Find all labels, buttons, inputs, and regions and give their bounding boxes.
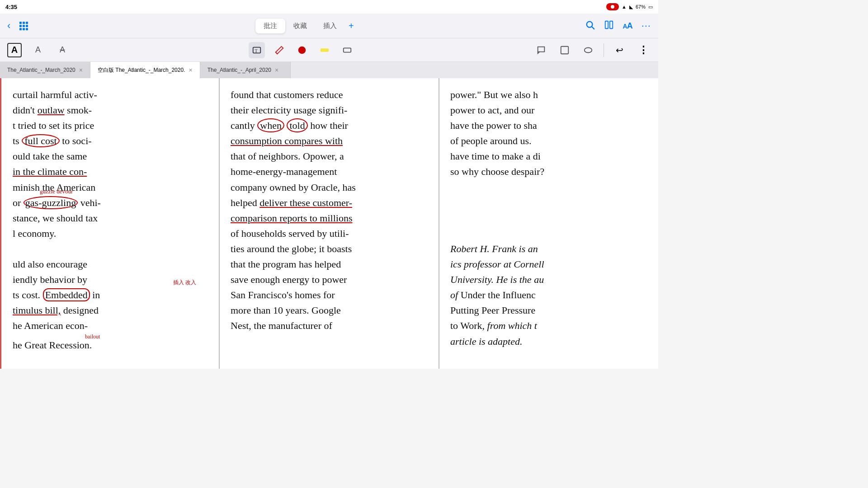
toolbar-left: ‹ <box>7 20 28 32</box>
search-button[interactable] <box>585 20 595 32</box>
lasso-tool[interactable] <box>580 42 596 58</box>
document-tab-2[interactable]: 空白版 The_Atlantic_-_March_2020. × <box>90 62 200 78</box>
page-column-left: curtail harmful activ- didn't outlaw smo… <box>0 78 220 369</box>
shape-tool[interactable] <box>557 42 573 58</box>
wifi-icon: ▲ <box>622 4 627 9</box>
document-tab-3[interactable]: The_Atlantic_-_April_2020 × <box>200 62 291 78</box>
font-size-button[interactable]: AA <box>623 21 632 31</box>
svg-line-1 <box>592 27 594 29</box>
text-highlight-A-tool[interactable]: A <box>7 43 22 57</box>
tab-bookmark[interactable]: 收藏 <box>285 19 315 33</box>
misc-tools: ↩ ⋮ <box>533 42 651 58</box>
grid-icon[interactable] <box>19 22 28 30</box>
tab2-title: 空白版 The_Atlantic_-_March_2020. <box>98 66 185 74</box>
middle-column-text: found that customers reduce their electr… <box>231 87 428 334</box>
svg-line-6 <box>275 52 277 54</box>
back-button[interactable]: ‹ <box>7 20 10 32</box>
text-plain-tool[interactable]: A <box>30 42 46 58</box>
status-bar: 4:35 ▲ ◣ 67% ▭ <box>0 0 658 14</box>
undo-button[interactable]: ↩ <box>611 42 627 58</box>
more-anno-options[interactable]: ⋮ <box>635 42 651 58</box>
tab-annotate[interactable]: 批注 <box>255 19 285 33</box>
svg-text:T: T <box>255 48 257 53</box>
tab3-close[interactable]: × <box>275 66 278 74</box>
drawing-tools: T <box>249 42 355 58</box>
page-column-middle: found that customers reduce their electr… <box>220 78 439 369</box>
content-area: curtail harmful activ- didn't outlaw smo… <box>0 78 658 369</box>
status-icons: ▲ ◣ 67% ▭ <box>606 3 653 10</box>
svg-rect-8 <box>320 48 328 52</box>
more-options-button[interactable]: ··· <box>642 20 651 32</box>
text-tools: A A A <box>7 42 71 58</box>
recording-indicator <box>606 3 619 10</box>
document-tab-1[interactable]: The_Atlantic_-_March_2020 × <box>0 62 90 78</box>
status-time: 4:35 <box>5 4 17 10</box>
highlight-color-tool[interactable] <box>316 42 333 58</box>
toolbar-right: AA ··· <box>585 20 651 32</box>
tab1-title: The_Atlantic_-_March_2020 <box>7 67 75 73</box>
svg-rect-2 <box>605 21 608 28</box>
tab-insert[interactable]: 插入 <box>315 19 345 33</box>
tab1-close[interactable]: × <box>79 66 83 74</box>
right-column-text: power." But we also h power to act, and … <box>450 87 647 349</box>
svg-rect-10 <box>561 46 569 54</box>
battery-level: 67% <box>636 4 646 9</box>
page-column-right: power." But we also h power to act, and … <box>439 78 658 369</box>
top-toolbar: ‹ 批注 收藏 插入 + AA ··· <box>0 14 658 38</box>
tab2-close[interactable]: × <box>189 66 192 74</box>
comment-tool[interactable] <box>533 42 549 58</box>
battery-icon: ▭ <box>648 4 653 10</box>
circle-color-tool[interactable] <box>294 42 310 58</box>
svg-rect-9 <box>343 48 351 52</box>
toolbar-tabs: 批注 收藏 插入 + <box>255 19 358 33</box>
document-tabs-row: The_Atlantic_-_March_2020 × 空白版 The_Atla… <box>0 62 658 78</box>
tab3-title: The_Atlantic_-_April_2020 <box>208 67 271 73</box>
eraser-tool[interactable] <box>339 42 355 58</box>
library-button[interactable] <box>604 20 614 32</box>
tab-add-button[interactable]: + <box>345 21 358 31</box>
text-strikethrough-tool[interactable]: A <box>54 42 71 58</box>
annotation-toolbar: A A A T ↩ ⋮ <box>0 38 658 62</box>
svg-point-11 <box>585 47 592 52</box>
svg-point-7 <box>298 46 306 54</box>
signal-icon: ◣ <box>629 4 633 10</box>
textbox-tool[interactable]: T <box>249 42 265 58</box>
left-column-text: curtail harmful activ- didn't outlaw smo… <box>13 87 210 353</box>
pen-tool[interactable] <box>271 42 288 58</box>
svg-rect-3 <box>609 21 612 28</box>
